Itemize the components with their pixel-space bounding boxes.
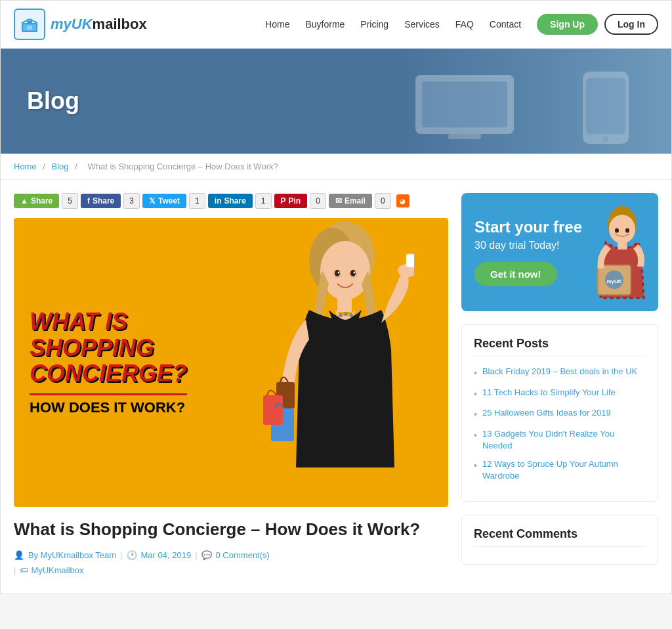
article-comments[interactable]: 0 Comment(s) bbox=[216, 550, 270, 560]
article-figure bbox=[209, 218, 448, 507]
ad-banner: Start your free 30 day trial Today! Get … bbox=[461, 193, 658, 311]
ad-woman-figure: myUK bbox=[586, 206, 658, 311]
login-button[interactable]: Log In bbox=[604, 14, 658, 35]
svg-rect-5 bbox=[422, 81, 507, 127]
list-item: Black Friday 2019 – Best deals in the UK bbox=[474, 366, 646, 380]
recent-posts-list: Black Friday 2019 – Best deals in the UK… bbox=[474, 366, 646, 483]
recent-comments-heading: Recent Comments bbox=[474, 527, 646, 547]
svg-point-25 bbox=[339, 313, 343, 317]
pinterest-icon: P bbox=[281, 196, 286, 206]
recent-post-link-2[interactable]: 11 Tech Hacks to Simplify Your Life bbox=[482, 387, 616, 399]
header-buttons: Sign Up Log In bbox=[537, 14, 658, 35]
li-count: 1 bbox=[255, 193, 272, 209]
nav-faq[interactable]: FAQ bbox=[455, 19, 474, 30]
nav-home[interactable]: Home bbox=[265, 19, 289, 30]
svg-point-23 bbox=[337, 272, 339, 274]
rss-icon: ◕ bbox=[396, 194, 410, 207]
svg-point-35 bbox=[615, 228, 619, 233]
list-item: 12 Ways to Spruce Up Your Autumn Wardrob… bbox=[474, 458, 646, 482]
clock-icon: 🕐 bbox=[127, 550, 137, 560]
email-share-button[interactable]: ✉ Email bbox=[329, 194, 372, 208]
recent-comments-section: Recent Comments bbox=[461, 515, 658, 565]
svg-point-36 bbox=[625, 228, 629, 233]
article-title: What is Shopping Concierge – How Does it… bbox=[14, 519, 448, 541]
breadcrumb-home[interactable]: Home bbox=[14, 162, 37, 171]
svg-text:myUK: myUK bbox=[606, 278, 621, 284]
ad-cta-button[interactable]: Get it now! bbox=[474, 262, 557, 286]
svg-rect-18 bbox=[263, 395, 283, 425]
article-tags: | 🏷 MyUKmailbox bbox=[14, 565, 448, 575]
main-layout: ▲ Share 5 f Share 3 𝕏 Tweet 1 in Share bbox=[1, 180, 671, 594]
header: myUKmailbox Home Buyforme Pricing Servic… bbox=[1, 1, 671, 49]
email-icon: ✉ bbox=[335, 196, 342, 206]
svg-point-24 bbox=[353, 272, 355, 274]
nav-contact[interactable]: Contact bbox=[490, 19, 521, 30]
hero-banner: Blog bbox=[1, 49, 671, 154]
article-image: WHAT IS SHOPPING CONCIERGE? HOW DOES IT … bbox=[14, 218, 448, 507]
twitter-icon: 𝕏 bbox=[149, 196, 156, 206]
fb-count: 3 bbox=[123, 193, 140, 209]
svg-rect-8 bbox=[586, 78, 625, 134]
article-author[interactable]: By MyUKmailbox Team bbox=[28, 550, 116, 560]
recent-posts-heading: Recent Posts bbox=[474, 337, 646, 357]
svg-rect-13 bbox=[337, 295, 352, 312]
article-tag[interactable]: MyUKmailbox bbox=[31, 565, 83, 575]
logo-icon bbox=[14, 9, 45, 40]
hero-title: Blog bbox=[27, 87, 79, 115]
facebook-share-button[interactable]: f Share bbox=[81, 194, 121, 208]
list-item: 25 Halloween Gifts Ideas for 2019 bbox=[474, 407, 646, 422]
logo-area: myUKmailbox bbox=[14, 9, 147, 40]
share-icon: ▲ bbox=[20, 196, 28, 206]
facebook-icon: f bbox=[87, 196, 90, 206]
svg-point-26 bbox=[344, 312, 348, 316]
nav-pricing[interactable]: Pricing bbox=[360, 19, 388, 30]
tag-icon: 🏷 bbox=[20, 565, 28, 575]
article-date[interactable]: Mar 04, 2019 bbox=[141, 550, 192, 560]
share-count: 5 bbox=[62, 193, 78, 209]
recent-posts-section: Recent Posts Black Friday 2019 – Best de… bbox=[461, 324, 658, 502]
breadcrumb: Home / Blog / What is Shopping Concierge… bbox=[1, 154, 671, 180]
article-meta: 👤 By MyUKmailbox Team | 🕐 Mar 04, 2019 |… bbox=[14, 550, 448, 560]
svg-rect-15 bbox=[406, 254, 414, 267]
signup-button[interactable]: Sign Up bbox=[537, 14, 598, 35]
svg-point-27 bbox=[349, 313, 353, 317]
svg-point-29 bbox=[609, 215, 635, 244]
hero-bg bbox=[1, 49, 671, 154]
sidebar: Start your free 30 day trial Today! Get … bbox=[461, 193, 658, 580]
author-icon: 👤 bbox=[14, 550, 24, 560]
svg-rect-3 bbox=[27, 26, 32, 30]
list-item: 11 Tech Hacks to Simplify Your Life bbox=[474, 387, 646, 401]
recent-post-link-3[interactable]: 25 Halloween Gifts Ideas for 2019 bbox=[482, 407, 611, 419]
twitter-share-button[interactable]: 𝕏 Tweet bbox=[142, 194, 186, 208]
recent-post-link-4[interactable]: 13 Gadgets You Didn't Realize You Needed bbox=[482, 428, 646, 452]
logo-text: myUKmailbox bbox=[51, 16, 147, 33]
article-image-title: WHAT IS SHOPPING CONCIERGE? bbox=[30, 309, 187, 387]
svg-rect-34 bbox=[618, 242, 627, 249]
em-count: 0 bbox=[375, 193, 391, 209]
nav-services[interactable]: Services bbox=[404, 19, 440, 30]
share-bar: ▲ Share 5 f Share 3 𝕏 Tweet 1 in Share bbox=[14, 193, 448, 209]
linkedin-share-button[interactable]: in Share bbox=[208, 194, 253, 208]
article-area: ▲ Share 5 f Share 3 𝕏 Tweet 1 in Share bbox=[14, 193, 448, 580]
comment-icon: 💬 bbox=[201, 550, 212, 560]
article-image-subtitle: HOW DOES IT WORK? bbox=[30, 393, 187, 416]
breadcrumb-current: What is Shopping Concierge – How Does it… bbox=[87, 162, 278, 171]
recent-post-link-5[interactable]: 12 Ways to Spruce Up Your Autumn Wardrob… bbox=[482, 458, 646, 482]
svg-point-12 bbox=[320, 241, 370, 300]
linkedin-icon: in bbox=[215, 196, 222, 206]
svg-rect-6 bbox=[448, 134, 481, 139]
recent-post-link-1[interactable]: Black Friday 2019 – Best deals in the UK bbox=[482, 366, 637, 378]
breadcrumb-blog[interactable]: Blog bbox=[52, 162, 69, 171]
list-item: 13 Gadgets You Didn't Realize You Needed bbox=[474, 428, 646, 452]
share-button[interactable]: ▲ Share bbox=[14, 194, 59, 208]
nav-buyforme[interactable]: Buyforme bbox=[305, 19, 345, 30]
pinterest-share-button[interactable]: P Pin bbox=[274, 194, 308, 208]
tw-count: 1 bbox=[189, 193, 205, 209]
pi-count: 0 bbox=[310, 193, 326, 209]
main-nav: Home Buyforme Pricing Services FAQ Conta… bbox=[265, 19, 521, 30]
svg-point-9 bbox=[603, 137, 608, 142]
article-image-text: WHAT IS SHOPPING CONCIERGE? HOW DOES IT … bbox=[30, 309, 187, 416]
